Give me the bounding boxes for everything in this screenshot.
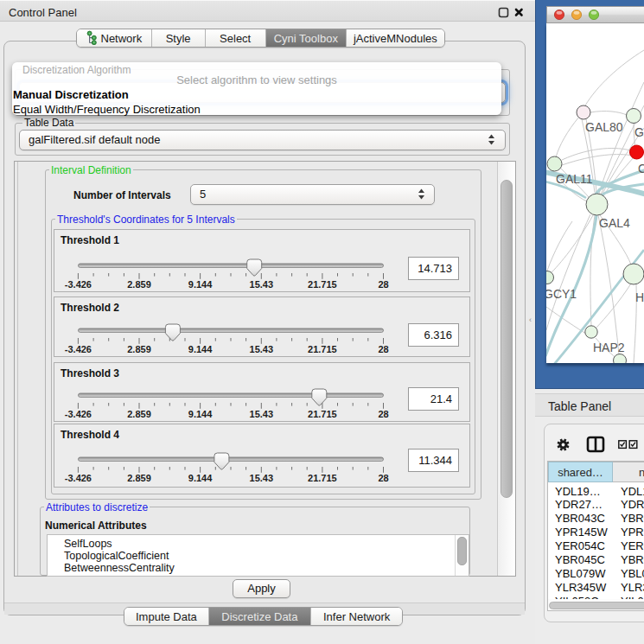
svg-text:-3.426: -3.426 (65, 472, 92, 482)
svg-text:21.715: 21.715 (308, 409, 337, 419)
svg-text:9.144: 9.144 (188, 409, 213, 419)
svg-text:2.859: 2.859 (127, 409, 151, 419)
svg-text:-3.426: -3.426 (65, 409, 92, 419)
svg-text:GA: GA (634, 125, 644, 139)
svg-text:21.715: 21.715 (308, 472, 337, 482)
svg-text:2.859: 2.859 (127, 279, 151, 290)
svg-text:21.715: 21.715 (308, 279, 337, 290)
svg-text:-3.426: -3.426 (65, 279, 92, 290)
svg-text:C: C (638, 162, 644, 175)
svg-text:28: 28 (378, 279, 388, 290)
svg-text:28: 28 (378, 472, 388, 482)
svg-text:9.144: 9.144 (188, 279, 213, 290)
svg-text:15.43: 15.43 (250, 344, 274, 354)
svg-text:21.715: 21.715 (308, 344, 337, 354)
svg-text:GAL4: GAL4 (599, 216, 630, 230)
svg-text:9.144: 9.144 (188, 472, 213, 482)
svg-text:-3.426: -3.426 (65, 344, 92, 354)
svg-text:HAP2: HAP2 (593, 341, 625, 354)
svg-text:GCY1: GCY1 (546, 287, 577, 301)
svg-text:15.43: 15.43 (250, 472, 274, 482)
svg-text:H: H (635, 290, 644, 304)
svg-text:2.859: 2.859 (127, 344, 151, 354)
svg-text:28: 28 (378, 409, 388, 419)
svg-text:28: 28 (378, 344, 388, 354)
svg-text:2.859: 2.859 (127, 472, 151, 482)
svg-text:15.43: 15.43 (250, 279, 274, 290)
svg-text:GAL11: GAL11 (556, 172, 593, 186)
svg-text:15.43: 15.43 (250, 409, 274, 419)
svg-text:GAL80: GAL80 (585, 120, 623, 134)
svg-text:9.144: 9.144 (188, 344, 213, 354)
